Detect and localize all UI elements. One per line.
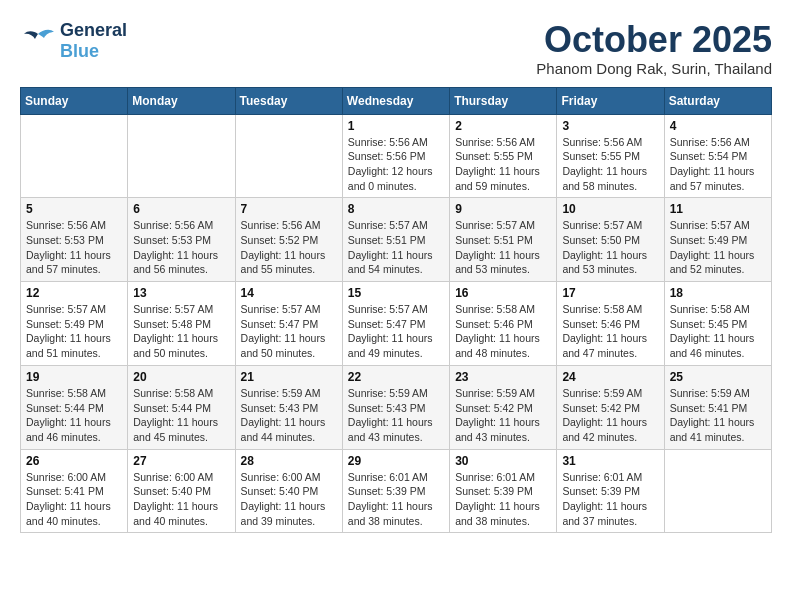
calendar-week-2: 5Sunrise: 5:56 AM Sunset: 5:53 PM Daylig… (21, 198, 772, 282)
col-friday: Friday (557, 87, 664, 114)
day-info: Sunrise: 5:58 AM Sunset: 5:44 PM Dayligh… (133, 386, 229, 445)
day-info: Sunrise: 5:57 AM Sunset: 5:51 PM Dayligh… (455, 218, 551, 277)
table-row: 25Sunrise: 5:59 AM Sunset: 5:41 PM Dayli… (664, 365, 771, 449)
table-row: 1Sunrise: 5:56 AM Sunset: 5:56 PM Daylig… (342, 114, 449, 198)
table-row: 14Sunrise: 5:57 AM Sunset: 5:47 PM Dayli… (235, 282, 342, 366)
day-number: 17 (562, 286, 658, 300)
table-row: 7Sunrise: 5:56 AM Sunset: 5:52 PM Daylig… (235, 198, 342, 282)
day-number: 7 (241, 202, 337, 216)
table-row: 10Sunrise: 5:57 AM Sunset: 5:50 PM Dayli… (557, 198, 664, 282)
day-info: Sunrise: 5:57 AM Sunset: 5:49 PM Dayligh… (26, 302, 122, 361)
table-row: 13Sunrise: 5:57 AM Sunset: 5:48 PM Dayli… (128, 282, 235, 366)
day-number: 22 (348, 370, 444, 384)
col-wednesday: Wednesday (342, 87, 449, 114)
day-number: 6 (133, 202, 229, 216)
table-row: 22Sunrise: 5:59 AM Sunset: 5:43 PM Dayli… (342, 365, 449, 449)
day-info: Sunrise: 5:56 AM Sunset: 5:55 PM Dayligh… (562, 135, 658, 194)
table-row: 29Sunrise: 6:01 AM Sunset: 5:39 PM Dayli… (342, 449, 449, 533)
day-number: 10 (562, 202, 658, 216)
table-row: 6Sunrise: 5:56 AM Sunset: 5:53 PM Daylig… (128, 198, 235, 282)
month-title: October 2025 (536, 20, 772, 60)
day-number: 9 (455, 202, 551, 216)
day-number: 25 (670, 370, 766, 384)
page-header: General Blue October 2025 Phanom Dong Ra… (20, 20, 772, 77)
calendar-week-1: 1Sunrise: 5:56 AM Sunset: 5:56 PM Daylig… (21, 114, 772, 198)
calendar-header-row: Sunday Monday Tuesday Wednesday Thursday… (21, 87, 772, 114)
day-number: 8 (348, 202, 444, 216)
day-number: 31 (562, 454, 658, 468)
day-number: 13 (133, 286, 229, 300)
table-row (664, 449, 771, 533)
day-number: 20 (133, 370, 229, 384)
calendar-week-4: 19Sunrise: 5:58 AM Sunset: 5:44 PM Dayli… (21, 365, 772, 449)
day-info: Sunrise: 5:56 AM Sunset: 5:55 PM Dayligh… (455, 135, 551, 194)
day-info: Sunrise: 6:01 AM Sunset: 5:39 PM Dayligh… (562, 470, 658, 529)
col-tuesday: Tuesday (235, 87, 342, 114)
day-number: 15 (348, 286, 444, 300)
table-row: 3Sunrise: 5:56 AM Sunset: 5:55 PM Daylig… (557, 114, 664, 198)
day-number: 2 (455, 119, 551, 133)
table-row: 15Sunrise: 5:57 AM Sunset: 5:47 PM Dayli… (342, 282, 449, 366)
day-number: 12 (26, 286, 122, 300)
day-info: Sunrise: 5:58 AM Sunset: 5:46 PM Dayligh… (455, 302, 551, 361)
table-row: 27Sunrise: 6:00 AM Sunset: 5:40 PM Dayli… (128, 449, 235, 533)
day-info: Sunrise: 6:00 AM Sunset: 5:40 PM Dayligh… (241, 470, 337, 529)
day-number: 1 (348, 119, 444, 133)
day-info: Sunrise: 5:58 AM Sunset: 5:44 PM Dayligh… (26, 386, 122, 445)
title-block: October 2025 Phanom Dong Rak, Surin, Tha… (536, 20, 772, 77)
day-info: Sunrise: 5:57 AM Sunset: 5:49 PM Dayligh… (670, 218, 766, 277)
day-number: 27 (133, 454, 229, 468)
table-row (21, 114, 128, 198)
table-row: 19Sunrise: 5:58 AM Sunset: 5:44 PM Dayli… (21, 365, 128, 449)
day-info: Sunrise: 6:01 AM Sunset: 5:39 PM Dayligh… (455, 470, 551, 529)
day-info: Sunrise: 5:57 AM Sunset: 5:47 PM Dayligh… (348, 302, 444, 361)
table-row: 12Sunrise: 5:57 AM Sunset: 5:49 PM Dayli… (21, 282, 128, 366)
table-row: 5Sunrise: 5:56 AM Sunset: 5:53 PM Daylig… (21, 198, 128, 282)
table-row: 4Sunrise: 5:56 AM Sunset: 5:54 PM Daylig… (664, 114, 771, 198)
table-row (128, 114, 235, 198)
table-row: 21Sunrise: 5:59 AM Sunset: 5:43 PM Dayli… (235, 365, 342, 449)
table-row: 9Sunrise: 5:57 AM Sunset: 5:51 PM Daylig… (450, 198, 557, 282)
day-number: 4 (670, 119, 766, 133)
table-row: 24Sunrise: 5:59 AM Sunset: 5:42 PM Dayli… (557, 365, 664, 449)
col-sunday: Sunday (21, 87, 128, 114)
calendar-week-5: 26Sunrise: 6:00 AM Sunset: 5:41 PM Dayli… (21, 449, 772, 533)
table-row: 16Sunrise: 5:58 AM Sunset: 5:46 PM Dayli… (450, 282, 557, 366)
day-number: 19 (26, 370, 122, 384)
table-row: 28Sunrise: 6:00 AM Sunset: 5:40 PM Dayli… (235, 449, 342, 533)
day-info: Sunrise: 5:56 AM Sunset: 5:56 PM Dayligh… (348, 135, 444, 194)
day-info: Sunrise: 5:59 AM Sunset: 5:43 PM Dayligh… (241, 386, 337, 445)
day-info: Sunrise: 5:57 AM Sunset: 5:48 PM Dayligh… (133, 302, 229, 361)
col-thursday: Thursday (450, 87, 557, 114)
day-info: Sunrise: 5:56 AM Sunset: 5:53 PM Dayligh… (26, 218, 122, 277)
day-info: Sunrise: 6:00 AM Sunset: 5:40 PM Dayligh… (133, 470, 229, 529)
day-info: Sunrise: 5:59 AM Sunset: 5:43 PM Dayligh… (348, 386, 444, 445)
day-info: Sunrise: 5:58 AM Sunset: 5:46 PM Dayligh… (562, 302, 658, 361)
day-number: 14 (241, 286, 337, 300)
day-number: 24 (562, 370, 658, 384)
calendar-table: Sunday Monday Tuesday Wednesday Thursday… (20, 87, 772, 534)
table-row: 30Sunrise: 6:01 AM Sunset: 5:39 PM Dayli… (450, 449, 557, 533)
table-row: 2Sunrise: 5:56 AM Sunset: 5:55 PM Daylig… (450, 114, 557, 198)
day-info: Sunrise: 5:56 AM Sunset: 5:52 PM Dayligh… (241, 218, 337, 277)
day-info: Sunrise: 6:01 AM Sunset: 5:39 PM Dayligh… (348, 470, 444, 529)
day-info: Sunrise: 5:57 AM Sunset: 5:47 PM Dayligh… (241, 302, 337, 361)
day-number: 5 (26, 202, 122, 216)
table-row: 18Sunrise: 5:58 AM Sunset: 5:45 PM Dayli… (664, 282, 771, 366)
day-number: 30 (455, 454, 551, 468)
table-row: 23Sunrise: 5:59 AM Sunset: 5:42 PM Dayli… (450, 365, 557, 449)
table-row: 31Sunrise: 6:01 AM Sunset: 5:39 PM Dayli… (557, 449, 664, 533)
day-info: Sunrise: 5:56 AM Sunset: 5:54 PM Dayligh… (670, 135, 766, 194)
day-number: 23 (455, 370, 551, 384)
table-row: 17Sunrise: 5:58 AM Sunset: 5:46 PM Dayli… (557, 282, 664, 366)
day-info: Sunrise: 5:57 AM Sunset: 5:51 PM Dayligh… (348, 218, 444, 277)
table-row: 11Sunrise: 5:57 AM Sunset: 5:49 PM Dayli… (664, 198, 771, 282)
day-info: Sunrise: 6:00 AM Sunset: 5:41 PM Dayligh… (26, 470, 122, 529)
day-info: Sunrise: 5:59 AM Sunset: 5:42 PM Dayligh… (455, 386, 551, 445)
day-info: Sunrise: 5:57 AM Sunset: 5:50 PM Dayligh… (562, 218, 658, 277)
day-number: 11 (670, 202, 766, 216)
day-number: 16 (455, 286, 551, 300)
day-info: Sunrise: 5:56 AM Sunset: 5:53 PM Dayligh… (133, 218, 229, 277)
logo-icon (20, 26, 56, 56)
day-info: Sunrise: 5:58 AM Sunset: 5:45 PM Dayligh… (670, 302, 766, 361)
